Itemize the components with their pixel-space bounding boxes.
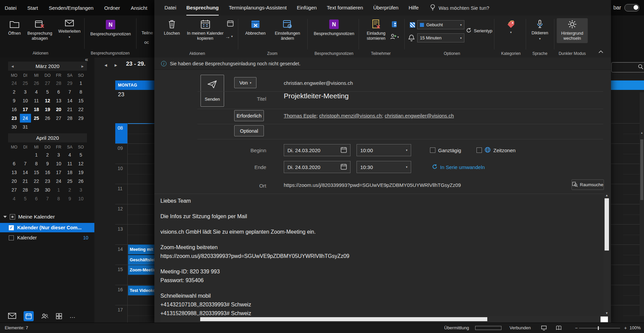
date-cell[interactable]: 25: [31, 114, 42, 123]
meeting-notes-button[interactable]: N Besprechungsnotizen: [311, 20, 357, 36]
date-cell[interactable]: 9: [64, 194, 75, 203]
date-cell[interactable]: 30: [42, 186, 53, 194]
date-cell[interactable]: 8: [53, 194, 64, 203]
menu-item-senden-empfangen[interactable]: Senden/Empfangen: [49, 5, 94, 11]
switch-background-button[interactable]: Hintergrund wechseln: [557, 18, 588, 43]
previous-week-button[interactable]: ◀: [102, 63, 109, 67]
date-cell[interactable]: 15: [31, 168, 42, 177]
copy-to-calendar-button[interactable]: In meinen Kalender kopieren: [185, 20, 225, 41]
all-day-option[interactable]: Ganztägig: [430, 144, 461, 156]
tab-einfügen[interactable]: Einfügen: [297, 0, 317, 15]
checkbox-icon[interactable]: [9, 235, 14, 240]
date-cell[interactable]: 13: [9, 168, 20, 177]
scroll-down-icon[interactable]: ▼: [604, 311, 610, 315]
date-cell[interactable]: 24: [20, 114, 31, 123]
date-cell[interactable]: 4: [64, 151, 75, 159]
menu-item-start[interactable]: Start: [27, 5, 38, 11]
date-cell[interactable]: 14: [20, 168, 31, 177]
date-cell[interactable]: 19: [42, 105, 53, 114]
recipient-link[interactable]: christian.engweiler@visions.ch: [385, 113, 454, 119]
date-cell[interactable]: 28: [20, 186, 31, 194]
dictate-button[interactable]: Diktieren ▾: [529, 20, 551, 40]
forward-button[interactable]: Weiterleiten ▾: [55, 20, 84, 39]
hour-row[interactable]: [611, 143, 640, 164]
zoom-slider-knob[interactable]: [598, 326, 599, 330]
recipient-link[interactable]: Thomas Epple: [284, 113, 316, 119]
date-cell[interactable]: 11: [64, 159, 75, 168]
tab-terminplanungs-assistent[interactable]: Terminplanungs-Assistent: [229, 0, 287, 15]
zoom-slider-track[interactable]: [579, 328, 620, 328]
scroll-up-icon[interactable]: ▲: [604, 194, 610, 197]
location-input[interactable]: https://zoom.us/j/820339993?pwd=SGUwVE9p…: [284, 182, 461, 188]
date-cell[interactable]: 12: [75, 159, 87, 168]
calendar-event[interactable]: Zoom-Meeting Ra: [128, 265, 154, 275]
busy-status-dropdown[interactable]: Gebucht ▾: [417, 20, 464, 29]
date-cell[interactable]: 15: [75, 96, 87, 105]
address-book-button[interactable]: [391, 21, 398, 29]
date-cell[interactable]: 27: [9, 186, 20, 194]
date-cell[interactable]: 6: [9, 159, 20, 168]
hour-row[interactable]: [611, 123, 640, 143]
date-cell[interactable]: 4: [9, 194, 20, 203]
hour-row[interactable]: [611, 164, 640, 184]
date-cell[interactable]: 26: [75, 177, 87, 186]
change-settings-button[interactable]: Einstellungen ändern: [270, 20, 305, 41]
date-cell[interactable]: 14: [64, 96, 75, 105]
date-cell[interactable]: 10: [20, 96, 31, 105]
mini-calendar-button[interactable]: [227, 20, 234, 28]
date-cell[interactable]: 24: [9, 79, 20, 88]
date-cell[interactable]: 6: [31, 194, 42, 203]
room-finder-button[interactable]: Raumsuche: [572, 179, 604, 190]
all-day-checkbox[interactable]: [430, 147, 435, 153]
date-cell[interactable]: 28: [64, 114, 75, 123]
recipient-link[interactable]: christoph.menzi@visions.ch: [319, 113, 382, 119]
calendar-event[interactable]: Test Videokonfer: [128, 286, 154, 295]
date-cell[interactable]: 1: [53, 186, 64, 194]
date-cell[interactable]: 2: [9, 88, 20, 96]
menu-item-ansicht[interactable]: Ansicht: [131, 5, 147, 11]
hour-row[interactable]: [611, 285, 640, 305]
delete-button[interactable]: Löschen: [162, 20, 182, 36]
time-zones-checkbox[interactable]: [477, 147, 482, 153]
scroll-up-icon[interactable]: ▲: [640, 131, 644, 134]
selected-day-column-header[interactable]: [611, 80, 644, 90]
date-cell[interactable]: 22: [31, 177, 42, 186]
message-body[interactable]: Liebes TeamDie Infos zur Sitzung folgen …: [160, 197, 599, 316]
from-button[interactable]: Von ▾: [234, 77, 256, 88]
scrollbar-thumb[interactable]: [605, 198, 609, 251]
date-cell[interactable]: 3: [53, 151, 64, 159]
calendar-event[interactable]: Geschäftsleitungs: [128, 255, 154, 265]
hour-row[interactable]: [611, 305, 640, 323]
date-cell[interactable]: 7: [64, 88, 75, 96]
date-cell[interactable]: 6: [53, 88, 64, 96]
tab-hilfe[interactable]: Hilfe: [408, 0, 419, 15]
date-cell[interactable]: 24: [53, 177, 64, 186]
hour-row[interactable]: [611, 244, 640, 265]
apps-grid-nav-button[interactable]: [56, 313, 62, 319]
date-cell[interactable]: 26: [42, 114, 53, 123]
menu-item-ordner[interactable]: Ordner: [104, 5, 120, 11]
contact-options-button[interactable]: ▾: [390, 34, 399, 40]
date-cell[interactable]: 17: [53, 168, 64, 177]
zoom-in-button[interactable]: +: [622, 325, 629, 331]
date-cell[interactable]: 20: [9, 177, 20, 186]
forward-split-button[interactable]: → ▾: [225, 34, 233, 39]
search-box[interactable]: [611, 62, 644, 72]
date-cell[interactable]: 4: [31, 88, 42, 96]
optional-button[interactable]: Optional: [234, 125, 264, 136]
date-cell[interactable]: 3: [75, 186, 87, 194]
more-options-button[interactable]: …: [69, 312, 76, 320]
date-cell[interactable]: 27: [53, 114, 64, 123]
date-cell[interactable]: 5: [75, 151, 87, 159]
cancel-zoom-button[interactable]: Abbrechen: [243, 20, 268, 36]
date-cell[interactable]: 18: [31, 105, 42, 114]
scrollbar-thumb[interactable]: [200, 317, 487, 321]
date-cell[interactable]: 16: [42, 168, 53, 177]
tab-text-formatieren[interactable]: Text formatieren: [327, 0, 363, 15]
calendar-event[interactable]: Meeting mit visio: [128, 244, 154, 254]
date-cell[interactable]: 29: [31, 186, 42, 194]
calendar-list-item-selected[interactable]: ✓ Kalender (Nur dieser Com...: [0, 223, 94, 232]
recurrence-button[interactable]: Serientyp: [466, 28, 492, 34]
reminder-dropdown[interactable]: 15 Minuten ▾: [417, 33, 464, 42]
date-cell[interactable]: 10: [75, 194, 87, 203]
